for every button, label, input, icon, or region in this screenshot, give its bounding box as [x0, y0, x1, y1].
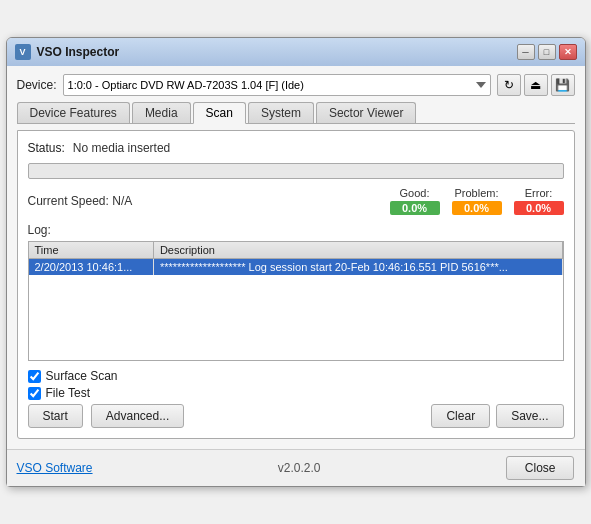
problem-label: Problem:: [454, 187, 498, 199]
problem-stat: Problem: 0.0%: [452, 187, 502, 215]
log-table-container[interactable]: Time Description 2/20/2013 10:46:1... **…: [28, 241, 564, 361]
error-label: Error:: [525, 187, 553, 199]
refresh-button[interactable]: ↻: [497, 74, 521, 96]
log-table: Time Description 2/20/2013 10:46:1... **…: [29, 242, 563, 275]
title-bar-left: V VSO Inspector: [15, 44, 120, 60]
save-button[interactable]: Save...: [496, 404, 563, 428]
close-window-button[interactable]: ✕: [559, 44, 577, 60]
vso-link[interactable]: VSO Software: [17, 461, 93, 475]
device-select[interactable]: 1:0:0 - Optiarc DVD RW AD-7203S 1.04 [F]…: [63, 74, 491, 96]
error-badge: 0.0%: [514, 201, 564, 215]
good-stat: Good: 0.0%: [390, 187, 440, 215]
maximize-button[interactable]: □: [538, 44, 556, 60]
tab-bar: Device Features Media Scan System Sector…: [17, 102, 575, 124]
start-button[interactable]: Start: [28, 404, 83, 428]
status-row: Status: No media inserted: [28, 141, 564, 155]
tab-sector-viewer[interactable]: Sector Viewer: [316, 102, 416, 123]
surface-scan-checkbox[interactable]: [28, 370, 41, 383]
clear-button[interactable]: Clear: [431, 404, 490, 428]
scan-panel: Status: No media inserted Current Speed:…: [17, 130, 575, 439]
log-description: ******************** Log session start 2…: [153, 259, 562, 276]
status-label: Status:: [28, 141, 65, 155]
good-label: Good:: [400, 187, 430, 199]
minimize-button[interactable]: ─: [517, 44, 535, 60]
problem-badge: 0.0%: [452, 201, 502, 215]
file-test-label: File Test: [46, 386, 90, 400]
eject-button[interactable]: ⏏: [524, 74, 548, 96]
window-title: VSO Inspector: [37, 45, 120, 59]
progress-bar: [28, 163, 564, 179]
action-buttons: Start Advanced...: [28, 404, 185, 428]
title-bar-controls: ─ □ ✕: [517, 44, 577, 60]
close-button[interactable]: Close: [506, 456, 575, 480]
tab-system[interactable]: System: [248, 102, 314, 123]
checkboxes: Surface Scan File Test: [28, 369, 185, 400]
tab-device-features[interactable]: Device Features: [17, 102, 130, 123]
log-col-description: Description: [153, 242, 562, 259]
title-bar: V VSO Inspector ─ □ ✕: [7, 38, 585, 66]
stats-group: Good: 0.0% Problem: 0.0% Error: 0.0%: [390, 187, 564, 215]
status-value: No media inserted: [73, 141, 170, 155]
version-text: v2.0.2.0: [278, 461, 321, 475]
file-test-row: File Test: [28, 386, 185, 400]
device-row: Device: 1:0:0 - Optiarc DVD RW AD-7203S …: [17, 74, 575, 96]
tab-media[interactable]: Media: [132, 102, 191, 123]
log-col-time: Time: [29, 242, 154, 259]
advanced-button[interactable]: Advanced...: [91, 404, 184, 428]
error-stat: Error: 0.0%: [514, 187, 564, 215]
right-buttons: Clear Save...: [431, 404, 563, 428]
save-device-button[interactable]: 💾: [551, 74, 575, 96]
tab-scan[interactable]: Scan: [193, 102, 246, 124]
speed-text: Current Speed: N/A: [28, 194, 133, 208]
window-content: Device: 1:0:0 - Optiarc DVD RW AD-7203S …: [7, 66, 585, 449]
bottom-bar: VSO Software v2.0.2.0 Close: [7, 449, 585, 486]
main-window: V VSO Inspector ─ □ ✕ Device: 1:0:0 - Op…: [6, 37, 586, 487]
log-label: Log:: [28, 223, 564, 237]
device-icons: ↻ ⏏ 💾: [497, 74, 575, 96]
device-label: Device:: [17, 78, 57, 92]
app-icon: V: [15, 44, 31, 60]
bottom-left: Surface Scan File Test Start Advanced...: [28, 369, 185, 428]
bottom-controls: Surface Scan File Test Start Advanced...…: [28, 369, 564, 428]
file-test-checkbox[interactable]: [28, 387, 41, 400]
surface-scan-label: Surface Scan: [46, 369, 118, 383]
surface-scan-row: Surface Scan: [28, 369, 185, 383]
speed-stats-row: Current Speed: N/A Good: 0.0% Problem: 0…: [28, 187, 564, 215]
log-time: 2/20/2013 10:46:1...: [29, 259, 154, 276]
good-badge: 0.0%: [390, 201, 440, 215]
log-row[interactable]: 2/20/2013 10:46:1... *******************…: [29, 259, 563, 276]
log-section: Log: Time Description 2/20/2013 10:46:1.…: [28, 223, 564, 361]
